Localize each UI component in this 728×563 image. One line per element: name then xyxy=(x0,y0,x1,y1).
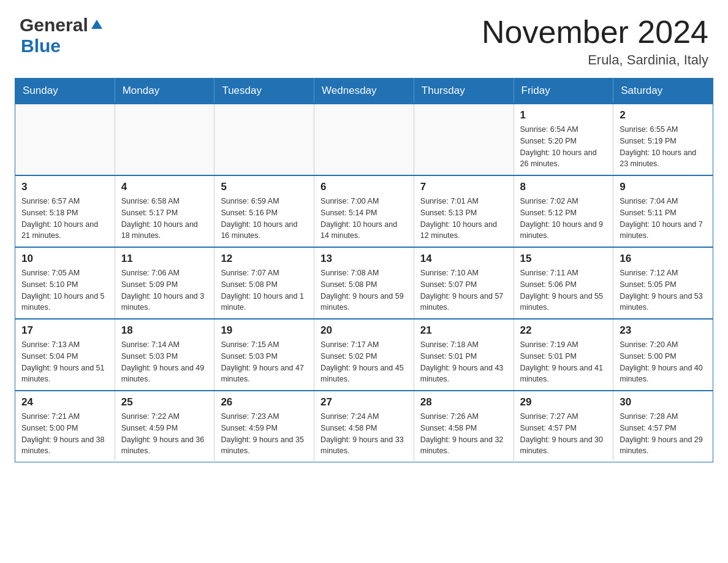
day-number: 12 xyxy=(221,253,308,265)
day-info: Sunrise: 7:18 AMSunset: 5:01 PMDaylight:… xyxy=(420,339,507,385)
day-number: 22 xyxy=(520,324,607,337)
calendar-cell: 17Sunrise: 7:13 AMSunset: 5:04 PMDayligh… xyxy=(15,319,115,391)
header-day-wednesday: Wednesday xyxy=(314,79,414,104)
calendar-body: 1Sunrise: 6:54 AMSunset: 5:20 PMDaylight… xyxy=(15,104,713,462)
day-info: Sunrise: 7:15 AMSunset: 5:03 PMDaylight:… xyxy=(221,339,308,385)
calendar-cell: 1Sunrise: 6:54 AMSunset: 5:20 PMDaylight… xyxy=(514,104,613,175)
day-number: 5 xyxy=(221,181,308,193)
calendar-cell: 30Sunrise: 7:28 AMSunset: 4:57 PMDayligh… xyxy=(613,391,713,462)
logo-arrow-icon xyxy=(91,20,102,29)
calendar-cell: 20Sunrise: 7:17 AMSunset: 5:02 PMDayligh… xyxy=(314,319,414,391)
header-day-sunday: Sunday xyxy=(15,79,115,104)
day-number: 4 xyxy=(121,181,208,193)
day-number: 8 xyxy=(520,181,607,193)
calendar-container: SundayMondayTuesdayWednesdayThursdayFrid… xyxy=(0,78,728,477)
day-info: Sunrise: 6:58 AMSunset: 5:17 PMDaylight:… xyxy=(121,196,208,242)
day-info: Sunrise: 7:00 AMSunset: 5:14 PMDaylight:… xyxy=(320,196,408,242)
calendar-cell: 8Sunrise: 7:02 AMSunset: 5:12 PMDaylight… xyxy=(514,175,613,247)
day-number: 1 xyxy=(520,109,607,121)
day-number: 17 xyxy=(21,324,108,337)
day-info: Sunrise: 7:10 AMSunset: 5:07 PMDaylight:… xyxy=(420,267,507,313)
day-info: Sunrise: 6:59 AMSunset: 5:16 PMDaylight:… xyxy=(221,196,308,242)
calendar-cell: 29Sunrise: 7:27 AMSunset: 4:57 PMDayligh… xyxy=(514,391,613,462)
calendar-cell xyxy=(214,104,314,175)
day-number: 7 xyxy=(420,181,507,193)
header-day-thursday: Thursday xyxy=(414,79,514,104)
week-row-4: 24Sunrise: 7:21 AMSunset: 5:00 PMDayligh… xyxy=(15,391,713,462)
day-number: 13 xyxy=(320,253,408,265)
week-row-1: 3Sunrise: 6:57 AMSunset: 5:18 PMDaylight… xyxy=(15,175,713,247)
calendar-cell: 19Sunrise: 7:15 AMSunset: 5:03 PMDayligh… xyxy=(214,319,314,391)
calendar-cell: 6Sunrise: 7:00 AMSunset: 5:14 PMDaylight… xyxy=(314,175,414,247)
day-info: Sunrise: 7:11 AMSunset: 5:06 PMDaylight:… xyxy=(520,267,607,313)
calendar-cell: 26Sunrise: 7:23 AMSunset: 4:59 PMDayligh… xyxy=(214,391,314,462)
header-day-tuesday: Tuesday xyxy=(214,79,314,104)
header-day-monday: Monday xyxy=(115,79,214,104)
day-number: 19 xyxy=(221,324,308,337)
calendar-cell: 4Sunrise: 6:58 AMSunset: 5:17 PMDaylight… xyxy=(115,175,214,247)
calendar-cell: 2Sunrise: 6:55 AMSunset: 5:19 PMDaylight… xyxy=(613,104,713,175)
day-info: Sunrise: 7:08 AMSunset: 5:08 PMDaylight:… xyxy=(320,267,408,313)
calendar-header: SundayMondayTuesdayWednesdayThursdayFrid… xyxy=(15,79,713,104)
day-info: Sunrise: 7:23 AMSunset: 4:59 PMDaylight:… xyxy=(221,411,308,457)
calendar-table: SundayMondayTuesdayWednesdayThursdayFrid… xyxy=(15,78,713,462)
day-number: 3 xyxy=(21,181,108,193)
calendar-cell: 27Sunrise: 7:24 AMSunset: 4:58 PMDayligh… xyxy=(314,391,414,462)
title-area: November 2024 Erula, Sardinia, Italy xyxy=(482,15,708,68)
header-row: SundayMondayTuesdayWednesdayThursdayFrid… xyxy=(15,79,713,104)
day-number: 21 xyxy=(420,324,507,337)
page-header: General Blue November 2024 Erula, Sardin… xyxy=(0,0,728,78)
day-info: Sunrise: 6:55 AMSunset: 5:19 PMDaylight:… xyxy=(620,124,707,170)
logo-blue-text: Blue xyxy=(21,36,61,56)
calendar-cell: 21Sunrise: 7:18 AMSunset: 5:01 PMDayligh… xyxy=(414,319,514,391)
calendar-cell: 25Sunrise: 7:22 AMSunset: 4:59 PMDayligh… xyxy=(115,391,214,462)
day-number: 15 xyxy=(520,253,607,265)
week-row-0: 1Sunrise: 6:54 AMSunset: 5:20 PMDaylight… xyxy=(15,104,713,175)
day-number: 30 xyxy=(620,396,707,408)
logo: General Blue xyxy=(20,15,102,56)
day-info: Sunrise: 7:17 AMSunset: 5:02 PMDaylight:… xyxy=(320,339,408,385)
day-info: Sunrise: 7:20 AMSunset: 5:00 PMDaylight:… xyxy=(620,339,707,385)
calendar-cell: 12Sunrise: 7:07 AMSunset: 5:08 PMDayligh… xyxy=(214,247,314,319)
day-number: 24 xyxy=(21,396,108,408)
day-info: Sunrise: 7:01 AMSunset: 5:13 PMDaylight:… xyxy=(420,196,507,242)
calendar-cell: 10Sunrise: 7:05 AMSunset: 5:10 PMDayligh… xyxy=(15,247,115,319)
day-number: 16 xyxy=(620,253,707,265)
day-info: Sunrise: 7:22 AMSunset: 4:59 PMDaylight:… xyxy=(121,411,208,457)
day-number: 14 xyxy=(420,253,507,265)
day-info: Sunrise: 7:06 AMSunset: 5:09 PMDaylight:… xyxy=(121,267,208,313)
header-day-saturday: Saturday xyxy=(613,79,713,104)
day-number: 29 xyxy=(520,396,607,408)
day-number: 25 xyxy=(121,396,208,408)
header-day-friday: Friday xyxy=(514,79,613,104)
calendar-cell: 16Sunrise: 7:12 AMSunset: 5:05 PMDayligh… xyxy=(613,247,713,319)
calendar-cell: 28Sunrise: 7:26 AMSunset: 4:58 PMDayligh… xyxy=(414,391,514,462)
day-info: Sunrise: 7:28 AMSunset: 4:57 PMDaylight:… xyxy=(620,411,707,457)
day-number: 11 xyxy=(121,253,208,265)
calendar-cell: 23Sunrise: 7:20 AMSunset: 5:00 PMDayligh… xyxy=(613,319,713,391)
calendar-cell xyxy=(414,104,514,175)
calendar-cell xyxy=(15,104,115,175)
calendar-cell: 24Sunrise: 7:21 AMSunset: 5:00 PMDayligh… xyxy=(15,391,115,462)
calendar-title: November 2024 xyxy=(482,15,708,50)
calendar-cell: 5Sunrise: 6:59 AMSunset: 5:16 PMDaylight… xyxy=(214,175,314,247)
day-info: Sunrise: 7:21 AMSunset: 5:00 PMDaylight:… xyxy=(21,411,108,457)
calendar-cell: 15Sunrise: 7:11 AMSunset: 5:06 PMDayligh… xyxy=(514,247,613,319)
day-info: Sunrise: 7:27 AMSunset: 4:57 PMDaylight:… xyxy=(520,411,607,457)
day-info: Sunrise: 7:13 AMSunset: 5:04 PMDaylight:… xyxy=(21,339,108,385)
day-number: 9 xyxy=(620,181,707,193)
day-info: Sunrise: 7:02 AMSunset: 5:12 PMDaylight:… xyxy=(520,196,607,242)
day-number: 23 xyxy=(620,324,707,337)
day-info: Sunrise: 7:04 AMSunset: 5:11 PMDaylight:… xyxy=(620,196,707,242)
day-number: 2 xyxy=(620,109,707,121)
week-row-3: 17Sunrise: 7:13 AMSunset: 5:04 PMDayligh… xyxy=(15,319,713,391)
calendar-cell xyxy=(314,104,414,175)
day-number: 20 xyxy=(320,324,408,337)
calendar-cell: 3Sunrise: 6:57 AMSunset: 5:18 PMDaylight… xyxy=(15,175,115,247)
calendar-cell: 9Sunrise: 7:04 AMSunset: 5:11 PMDaylight… xyxy=(613,175,713,247)
day-number: 27 xyxy=(320,396,408,408)
day-info: Sunrise: 7:24 AMSunset: 4:58 PMDaylight:… xyxy=(320,411,408,457)
day-info: Sunrise: 7:19 AMSunset: 5:01 PMDaylight:… xyxy=(520,339,607,385)
day-number: 28 xyxy=(420,396,507,408)
calendar-cell: 11Sunrise: 7:06 AMSunset: 5:09 PMDayligh… xyxy=(115,247,214,319)
